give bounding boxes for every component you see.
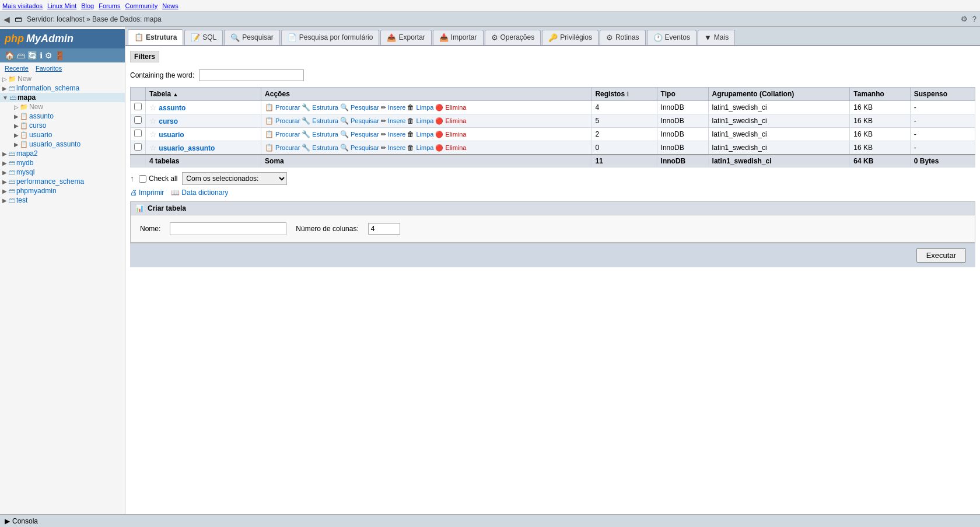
insere-assunto[interactable]: Insere [388,104,406,111]
tab-exportar[interactable]: 📤 Exportar [380,30,431,45]
sidebar-item-mapa-new[interactable]: ▷ 📁 New [0,102,125,111]
tab-operacoes[interactable]: ⚙ Operações [485,30,541,45]
imprimir-link[interactable]: 🖨 Imprimir [130,189,164,197]
limpa-curso[interactable]: Limpa [416,117,433,124]
bookmark-blog[interactable]: Blog [81,2,94,9]
elimina-ua[interactable]: Elimina [445,144,466,151]
insere-ua[interactable]: Insere [388,144,406,151]
home-icon[interactable]: 🏠 [5,51,15,60]
recente-link[interactable]: Recente [5,65,29,72]
exit-icon[interactable]: 🚪 [55,51,65,60]
tab-mais[interactable]: ▼ Mais [698,30,735,45]
tab-pesquisa-formulario[interactable]: 📄 Pesquisa por formulário [281,30,380,45]
checkbox-ua[interactable] [134,143,142,151]
tab-pesquisar[interactable]: 🔍 Pesquisar [224,30,279,45]
colunas-input[interactable] [368,223,400,235]
bookmark-news[interactable]: News [162,2,178,9]
link-assunto[interactable]: assunto [159,104,186,112]
checkbox-assunto[interactable] [134,103,142,110]
tab-sql[interactable]: 📝 SQL [184,30,223,45]
up-arrow-icon[interactable]: ↑ [130,174,134,183]
star-usuario[interactable]: ☆ [149,130,157,139]
insere-usuario[interactable]: Insere [388,131,406,138]
sidebar-item-usuario[interactable]: ▶ 📋 usuario [0,130,125,139]
bookmark-linux-mint[interactable]: Linux Mint [47,2,76,9]
pesquisar-ua[interactable]: Pesquisar [351,144,379,151]
drop-icon-usuario: 🔴 [435,131,443,138]
elimina-usuario[interactable]: Elimina [445,131,466,138]
link-curso[interactable]: curso [159,117,178,125]
with-selected-dropdown[interactable]: Com os seleccionados: Procurar Elimina L… [182,172,287,185]
filter-containing-input[interactable] [199,69,304,81]
sidebar-item-test[interactable]: ▶ 🗃 test [0,196,125,205]
procurar-curso[interactable]: Procurar [275,117,300,124]
checkbox-usuario[interactable] [134,130,142,137]
info-registos-icon[interactable]: ℹ [626,91,629,97]
sidebar-item-phpmyadmin[interactable]: ▶ 🗃 phpmyadmin [0,186,125,196]
col-tabela[interactable]: Tabela [146,88,261,101]
link-usuario[interactable]: usuario [159,131,184,139]
star-assunto[interactable]: ☆ [149,103,157,112]
sidebar-item-usuario-assunto[interactable]: ▶ 📋 usuario_assunto [0,139,125,149]
checkbox-curso[interactable] [134,116,142,124]
check-all-label[interactable]: Check all [139,174,177,183]
bookmark-mais-visitados[interactable]: Mais visitados [2,2,43,9]
estrutura-assunto[interactable]: Estrutura [312,104,338,111]
procurar-assunto[interactable]: Procurar [275,104,300,111]
sidebar-item-assunto[interactable]: ▶ 📋 assunto [0,111,125,121]
create-table-header[interactable]: 📊 Criar tabela [131,202,975,215]
refresh-icon[interactable]: 🔄 [27,51,37,60]
tab-estrutura[interactable]: 📋 Estrutura [128,29,183,45]
sidebar-item-mysql[interactable]: ▶ 🗃 mysql [0,167,125,177]
limpa-assunto[interactable]: Limpa [416,104,433,111]
db-icon-btn[interactable]: 🗃 [17,51,25,60]
check-all-checkbox[interactable] [139,175,146,183]
row-check-curso[interactable] [131,114,146,128]
estrutura-curso[interactable]: Estrutura [312,117,338,124]
pesquisar-curso[interactable]: Pesquisar [351,117,379,124]
sidebar-item-information-schema[interactable]: ▶ 🗃 information_schema [0,83,125,93]
consola-bar[interactable]: ▶ Consola [0,514,980,527]
db-icon-perf: 🗃 [8,177,15,186]
window-back-icon[interactable]: ◀ [4,15,10,24]
row-check-ua[interactable] [131,141,146,155]
procurar-usuario[interactable]: Procurar [275,131,300,138]
row-check-usuario[interactable] [131,128,146,141]
limpa-ua[interactable]: Limpa [416,144,433,151]
nome-input[interactable] [170,222,286,235]
star-curso[interactable]: ☆ [149,116,157,125]
elimina-curso[interactable]: Elimina [445,117,466,124]
table-row: ☆ curso 📋Procurar 🔧Estrutura 🔍Pesquisar … [131,114,975,128]
help-icon[interactable]: ? [972,15,977,23]
favoritos-link[interactable]: Favoritos [36,65,62,72]
execute-button[interactable]: Executar [916,248,966,263]
elimina-assunto[interactable]: Elimina [445,104,466,111]
estrutura-usuario[interactable]: Estrutura [312,131,338,138]
pesquisar-assunto[interactable]: Pesquisar [351,104,379,111]
limpa-usuario[interactable]: Limpa [416,131,433,138]
row-check-assunto[interactable] [131,101,146,114]
sidebar-item-new-top[interactable]: ▷ 📁 New [0,74,125,83]
sidebar-item-curso[interactable]: ▶ 📋 curso [0,121,125,130]
tab-eventos[interactable]: 🕐 Eventos [647,30,696,45]
tab-importar[interactable]: 📥 Importar [433,30,484,45]
procurar-ua[interactable]: Procurar [275,144,300,151]
tab-rotinas[interactable]: ⚙ Rotinas [600,30,646,45]
sidebar-item-mapa2[interactable]: ▶ 🗃 mapa2 [0,149,125,158]
sidebar-item-performance-schema[interactable]: ▶ 🗃 performance_schema [0,177,125,186]
pesquisar-usuario[interactable]: Pesquisar [351,131,379,138]
bookmark-forums[interactable]: Forums [99,2,120,9]
estrutura-ua[interactable]: Estrutura [312,144,338,151]
link-ua[interactable]: usuario_assunto [159,144,215,152]
sidebar-item-mapa[interactable]: ▼ 🗃 mapa [0,93,125,102]
insere-curso[interactable]: Insere [388,117,406,124]
star-ua[interactable]: ☆ [149,143,157,152]
info-icon-btn[interactable]: ℹ [40,51,43,60]
tab-privilegios[interactable]: 🔑 Privilégios [542,30,598,45]
data-dictionary-link[interactable]: 📖 Data dictionary [171,189,228,197]
sidebar-item-mydb[interactable]: ▶ 🗃 mydb [0,158,125,167]
bookmark-community[interactable]: Community [125,2,158,9]
settings-side-icon[interactable]: ⚙ [45,51,52,60]
row-overhead-curso: - [910,114,975,128]
settings-icon[interactable]: ⚙ [961,15,968,23]
